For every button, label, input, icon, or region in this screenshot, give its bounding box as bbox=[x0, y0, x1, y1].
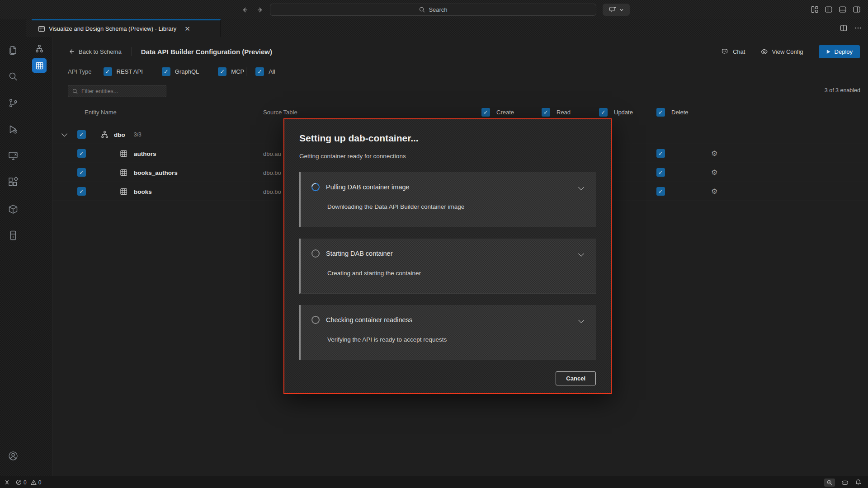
row-checkbox[interactable] bbox=[77, 149, 86, 158]
source-table-value: dbo.bo bbox=[263, 169, 281, 176]
filter-entities-field[interactable] bbox=[68, 85, 166, 97]
designer-view-strip bbox=[26, 37, 52, 476]
sql-server-icon[interactable] bbox=[8, 230, 19, 241]
expand-chevron-icon[interactable] bbox=[62, 133, 66, 136]
command-center-search[interactable]: Search bbox=[270, 4, 596, 16]
col-delete: Delete bbox=[671, 109, 689, 116]
enabled-summary: 3 of 3 enabled bbox=[825, 87, 860, 94]
eye-icon bbox=[760, 48, 768, 56]
schema-icon bbox=[100, 130, 109, 139]
row-settings-gear-icon[interactable]: ⚙ bbox=[711, 150, 717, 157]
source-table-value: dbo.bo bbox=[263, 188, 281, 195]
all-checkbox[interactable] bbox=[255, 67, 264, 76]
editor-tab-active[interactable]: Visualize and Design Schema (Preview) - … bbox=[32, 19, 221, 37]
more-actions-icon[interactable] bbox=[854, 24, 862, 32]
split-editor-icon[interactable] bbox=[840, 24, 847, 32]
error-count: 0 bbox=[24, 479, 27, 486]
group-name: dbo bbox=[114, 131, 125, 138]
delete-all-checkbox[interactable] bbox=[656, 108, 665, 117]
toggle-primary-sidebar-icon[interactable] bbox=[825, 5, 833, 14]
api-type-row: API Type REST API GraphQL MCP All bbox=[68, 65, 294, 78]
dab-config-view-button[interactable] bbox=[32, 58, 47, 73]
customize-layout-icon[interactable] bbox=[811, 5, 819, 14]
zoom-icon bbox=[826, 479, 833, 486]
tab-close-icon[interactable]: ✕ bbox=[184, 25, 190, 32]
spinner-icon bbox=[310, 181, 321, 192]
arrow-left-icon bbox=[68, 48, 75, 55]
notifications-bell-icon[interactable] bbox=[855, 479, 862, 486]
remote-indicator[interactable] bbox=[4, 479, 10, 486]
extensions-icon[interactable] bbox=[8, 177, 19, 188]
col-read: Read bbox=[557, 109, 571, 116]
update-all-checkbox[interactable] bbox=[599, 108, 608, 117]
table-icon bbox=[120, 150, 127, 157]
copilot-menu-button[interactable] bbox=[603, 4, 630, 16]
step-header[interactable]: Starting DAB container bbox=[311, 249, 585, 258]
entity-name: books_authors bbox=[134, 169, 178, 176]
group-checkbox[interactable] bbox=[77, 130, 86, 139]
mcp-option: MCP bbox=[218, 67, 244, 76]
col-create: Create bbox=[496, 109, 514, 116]
problems-indicator[interactable]: 0 0 bbox=[16, 479, 41, 486]
play-icon bbox=[826, 49, 831, 54]
status-right bbox=[824, 476, 862, 488]
filter-entities-input[interactable] bbox=[81, 88, 162, 94]
remote-explorer-icon[interactable] bbox=[8, 150, 19, 161]
database-projects-icon[interactable] bbox=[8, 204, 19, 215]
chat-button[interactable]: Chat bbox=[722, 48, 745, 56]
delete-checkbox[interactable] bbox=[656, 149, 665, 158]
chevron-down-icon[interactable] bbox=[579, 185, 583, 189]
dialog-title: Setting up dab-container... bbox=[299, 133, 596, 144]
row-checkbox[interactable] bbox=[77, 187, 86, 196]
back-to-schema-link[interactable]: Back to Schema bbox=[68, 48, 122, 55]
back-label: Back to Schema bbox=[79, 48, 122, 55]
row-settings-gear-icon[interactable]: ⚙ bbox=[711, 169, 717, 176]
warning-icon bbox=[31, 479, 37, 485]
step-header[interactable]: Checking container readiness bbox=[311, 316, 585, 324]
toggle-panel-icon[interactable] bbox=[839, 5, 847, 14]
create-all-checkbox[interactable] bbox=[481, 108, 490, 117]
copilot-chat-icon bbox=[609, 6, 617, 14]
tab-label: Visualize and Design Schema (Preview) - … bbox=[49, 25, 176, 32]
chevron-down-icon bbox=[619, 8, 624, 12]
entity-name: books bbox=[134, 188, 152, 195]
graphql-checkbox[interactable] bbox=[162, 67, 170, 76]
explorer-icon[interactable] bbox=[8, 45, 19, 56]
schema-diagram-view-button[interactable] bbox=[32, 42, 47, 56]
dialog-footer: Cancel bbox=[299, 371, 596, 385]
delete-checkbox[interactable] bbox=[656, 187, 665, 196]
read-all-checkbox[interactable] bbox=[542, 108, 550, 117]
table-icon bbox=[120, 188, 127, 195]
row-settings-gear-icon[interactable]: ⚙ bbox=[711, 188, 717, 195]
copilot-status-icon[interactable] bbox=[841, 479, 849, 486]
step-description: Creating and starting the container bbox=[327, 270, 585, 277]
group-count: 3/3 bbox=[134, 131, 142, 138]
view-config-button[interactable]: View Config bbox=[760, 48, 803, 56]
status-bar: 0 0 bbox=[0, 476, 868, 488]
run-debug-icon[interactable] bbox=[8, 124, 19, 135]
row-checkbox[interactable] bbox=[77, 168, 86, 177]
delete-checkbox[interactable] bbox=[656, 168, 665, 177]
account-icon[interactable] bbox=[8, 450, 19, 461]
rest-api-checkbox[interactable] bbox=[104, 67, 112, 76]
editor-actions bbox=[840, 24, 862, 32]
nav-back-icon[interactable] bbox=[241, 6, 249, 14]
step-description: Verifying the API is ready to accept req… bbox=[327, 336, 585, 343]
zoom-status-item[interactable] bbox=[824, 479, 835, 487]
deploy-button[interactable]: Deploy bbox=[819, 45, 860, 58]
source-control-icon[interactable] bbox=[8, 98, 19, 108]
step-header[interactable]: Pulling DAB container image bbox=[311, 183, 585, 191]
nav-forward-icon[interactable] bbox=[256, 6, 264, 14]
status-left: 0 0 bbox=[4, 476, 41, 488]
title-bar: Search bbox=[0, 0, 868, 19]
mcp-checkbox[interactable] bbox=[218, 67, 226, 76]
window-layout-controls bbox=[811, 5, 861, 14]
chevron-down-icon[interactable] bbox=[579, 252, 583, 256]
chevron-down-icon[interactable] bbox=[579, 318, 583, 322]
toggle-secondary-sidebar-icon[interactable] bbox=[853, 5, 861, 14]
warning-count: 0 bbox=[38, 479, 42, 486]
page-header: Back to Schema Data API Builder Configur… bbox=[52, 42, 868, 61]
pending-circle-icon bbox=[311, 249, 320, 258]
search-view-icon[interactable] bbox=[8, 71, 19, 82]
cancel-button[interactable]: Cancel bbox=[556, 371, 596, 385]
